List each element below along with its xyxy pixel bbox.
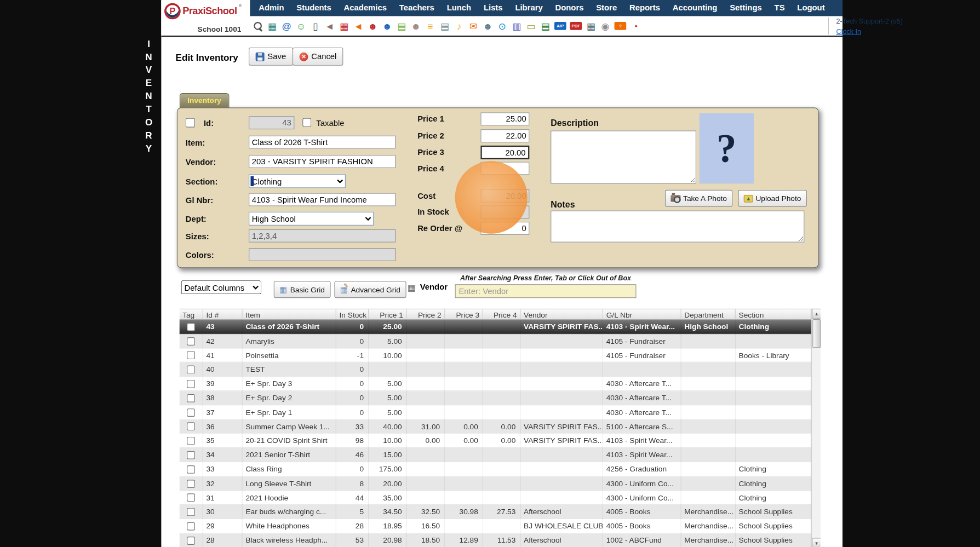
row-checkbox[interactable] (187, 494, 195, 502)
dept-select[interactable]: High School (249, 212, 374, 226)
table-row[interactable]: 43Class of 2026 T-Shirt025.00VARSITY SPI… (179, 320, 811, 334)
nav-item-store[interactable]: Store (590, 0, 623, 16)
scroll-down-button[interactable] (812, 538, 821, 547)
nav-item-lunch[interactable]: Lunch (440, 0, 477, 16)
note-green-icon[interactable]: ▤ (396, 20, 406, 32)
row-checkbox[interactable] (187, 423, 195, 431)
row-checkbox[interactable] (187, 465, 195, 474)
mobile-phone-icon[interactable]: ▯ (310, 20, 320, 32)
table-row[interactable]: 342021 Senior T-Shirt4615.004103 - Spiri… (179, 448, 811, 462)
upload-photo-button[interactable]: Upload Photo (738, 190, 806, 207)
email-at-icon[interactable]: @ (281, 20, 291, 32)
nav-item-students[interactable]: Students (290, 0, 337, 16)
save-button[interactable]: Save (249, 48, 293, 66)
price4-field[interactable] (480, 162, 529, 175)
table-row[interactable]: 33Class Ring0175.004256 - GraduationClot… (179, 462, 811, 476)
speaker-icon[interactable]: ◄ (324, 20, 335, 32)
in-stock-field[interactable] (480, 205, 529, 218)
row-checkbox[interactable] (187, 323, 195, 331)
column-header-item[interactable]: Item (243, 309, 336, 319)
tab-inventory[interactable]: Inventory (179, 93, 229, 108)
mail-send-icon[interactable]: ✉ (468, 20, 479, 32)
lunch-icon[interactable]: ≡ (425, 20, 435, 32)
row-checkbox[interactable] (187, 408, 195, 417)
chat-smiley-icon[interactable]: ☺ (296, 20, 306, 32)
table-row[interactable]: 32Long Sleeve T-Shirt820.004300 - Unifor… (179, 476, 811, 491)
advanced-grid-button[interactable]: ▦ Advanced Grid (334, 281, 406, 298)
event-calendar-icon[interactable]: ▦ (339, 20, 349, 32)
help-icon[interactable]: ? (615, 22, 627, 30)
student-blue-icon[interactable]: ☻ (382, 20, 392, 32)
column-header-tag[interactable]: Tag (179, 309, 203, 319)
table-row[interactable]: 39E+ Spr. Day 305.004030 - Aftercare T..… (179, 377, 811, 391)
row-checkbox[interactable] (187, 352, 195, 360)
row-checkbox[interactable] (187, 508, 195, 516)
basic-grid-button[interactable]: ▦ Basic Grid (274, 281, 330, 298)
vendor-field[interactable] (249, 155, 396, 168)
price1-field[interactable] (480, 112, 529, 125)
printer-icon[interactable]: ▦ (586, 20, 596, 32)
column-header-in-stock[interactable]: In Stock (336, 309, 369, 319)
price3-field[interactable] (480, 146, 529, 159)
nav-item-academics[interactable]: Academics (337, 0, 393, 16)
disc-icon[interactable]: ◉ (600, 20, 610, 32)
notepad-icon[interactable]: ▤ (439, 20, 450, 32)
section-select[interactable]: Clothing (249, 174, 346, 188)
column-header-vendor[interactable]: Vendor (520, 309, 603, 319)
cancel-button[interactable]: Cancel (293, 48, 343, 66)
table-row[interactable]: 40TEST0 (179, 362, 811, 377)
nav-item-settings[interactable]: Settings (724, 0, 768, 16)
vendor-search-input[interactable] (455, 284, 637, 298)
column-header-price-1[interactable]: Price 1 (369, 309, 407, 319)
description-textarea[interactable] (551, 130, 696, 183)
table-row[interactable]: 38E+ Spr. Day 205.004030 - Aftercare T..… (179, 391, 811, 405)
table-row[interactable]: 29White Headphones2818.9516.50BJ WHOLESA… (179, 519, 811, 533)
nav-item-ts[interactable]: TS (768, 0, 791, 16)
table-row[interactable]: 312021 Hoodie4435.004300 - Uniform Co...… (179, 491, 811, 505)
table-row[interactable]: 28Black wireless Headph...5320.9818.5012… (179, 533, 811, 547)
column-header-department[interactable]: Department (681, 309, 736, 319)
column-header-price-3[interactable]: Price 3 (445, 309, 483, 319)
reorder-field[interactable] (480, 222, 529, 235)
sizes-field[interactable] (249, 229, 396, 243)
taxable-checkbox[interactable] (302, 118, 311, 127)
columns-select[interactable]: Default Columns (181, 280, 261, 294)
nav-item-admin[interactable]: Admin (253, 0, 290, 16)
gl-nbr-field[interactable] (249, 193, 396, 206)
row-checkbox[interactable] (187, 380, 195, 388)
nav-item-donors[interactable]: Donors (549, 0, 590, 16)
table-scrollbar[interactable] (811, 309, 821, 547)
table-row[interactable]: 36Summer Camp Week 1...3340.0031.000.000… (179, 419, 811, 434)
id-checkbox[interactable] (186, 118, 195, 128)
column-header-price-2[interactable]: Price 2 (407, 309, 445, 319)
row-checkbox[interactable] (187, 337, 195, 346)
clock-in-link[interactable]: Clock In (836, 27, 861, 35)
row-checkbox[interactable] (187, 451, 195, 459)
nav-item-library[interactable]: Library (509, 0, 549, 16)
item-field[interactable] (249, 136, 396, 149)
clock-icon[interactable]: ⊙ (497, 20, 507, 32)
id-field[interactable] (249, 116, 294, 129)
cost-field[interactable] (480, 189, 529, 203)
row-checkbox[interactable] (187, 437, 195, 445)
notes-textarea[interactable] (551, 210, 804, 242)
colors-field[interactable] (249, 248, 396, 261)
nav-item-reports[interactable]: Reports (623, 0, 667, 16)
person-gray-icon[interactable]: ☻ (483, 20, 493, 32)
column-header-price-4[interactable]: Price 4 (483, 309, 520, 319)
horn-icon[interactable]: ♪ (454, 20, 464, 32)
table-row[interactable]: 37E+ Spr. Day 105.004030 - Aftercare T..… (179, 405, 811, 419)
row-checkbox[interactable] (187, 537, 195, 545)
list-doc-icon[interactable]: ▥ (511, 20, 521, 32)
timer-icon[interactable]: ◔ (630, 20, 640, 32)
search-icon[interactable] (253, 20, 263, 32)
price2-field[interactable] (480, 129, 529, 142)
row-checkbox[interactable] (187, 480, 195, 488)
keyboard-icon[interactable]: ▭ (526, 20, 536, 32)
nav-item-teachers[interactable]: Teachers (393, 0, 440, 16)
take-photo-button[interactable]: Take A Photo (665, 190, 732, 207)
nav-item-lists[interactable]: Lists (478, 0, 509, 16)
table-row[interactable]: 42Amarylis05.004105 - Fundraiser (179, 334, 811, 348)
calendar-icon[interactable]: ▦ (267, 20, 277, 32)
column-header-section[interactable]: Section (736, 309, 811, 319)
